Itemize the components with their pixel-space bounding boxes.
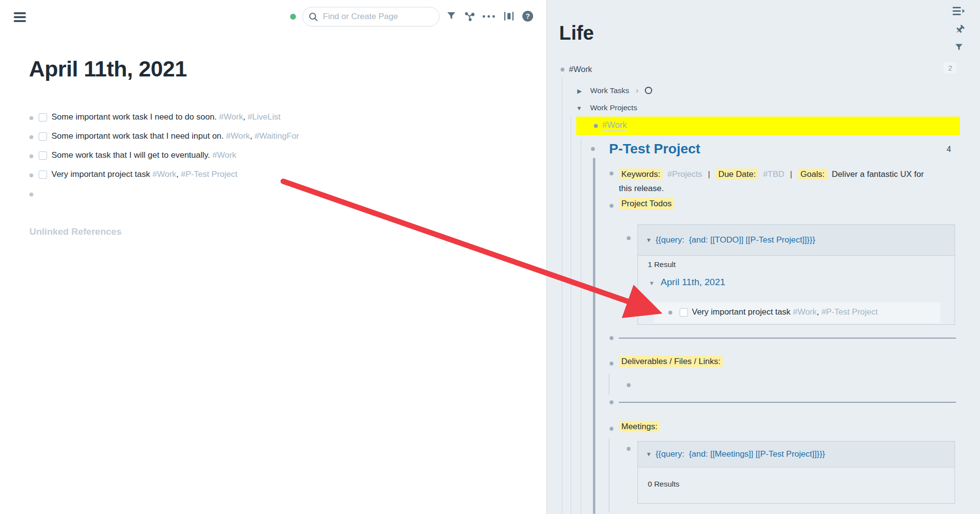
goals-label: Goals:	[798, 169, 827, 180]
indent-guide-line	[570, 116, 571, 514]
todo-checkbox[interactable]	[39, 151, 47, 160]
hamburger-menu-icon[interactable]	[14, 12, 26, 22]
meetings-row: Meetings:	[619, 422, 660, 432]
expand-caret-icon[interactable]: ▼	[576, 105, 582, 112]
todo-text: Some important work task that I need inp…	[51, 131, 226, 141]
tag-link[interactable]: #Projects	[667, 170, 702, 179]
online-status-dot	[290, 14, 296, 20]
divider	[619, 338, 956, 339]
group-caret-icon[interactable]: ▼	[649, 280, 655, 287]
page-title: April 11th, 2021	[29, 56, 187, 82]
search-input[interactable]	[322, 11, 433, 22]
tag-link[interactable]: #Work	[152, 170, 176, 179]
project-title-link[interactable]: P-Test Project	[609, 141, 700, 157]
tag-link[interactable]: #Work	[793, 307, 817, 317]
kanban-view-icon[interactable]	[504, 11, 514, 21]
indent-guide-line	[609, 373, 610, 395]
more-options-icon[interactable]	[483, 15, 495, 18]
tag-link[interactable]: #LiveList	[247, 112, 280, 122]
sidebar-filter-icon[interactable]	[955, 43, 963, 52]
breadcrumb-link[interactable]: Work Tasks	[590, 86, 630, 95]
block-bullet[interactable]	[610, 204, 613, 208]
meetings-query-box: ▼ {{query: {and: [[Meetings]] [[P-Test P…	[637, 441, 955, 504]
app-window: ? April 11th, 2021 Some important work t…	[0, 0, 980, 514]
empty-block-bullet[interactable]	[29, 193, 33, 196]
open-sidebar-menu-icon[interactable]	[953, 6, 965, 17]
tag-link[interactable]: #Work	[213, 150, 237, 160]
block-bullet[interactable]	[668, 311, 672, 315]
block-bullet[interactable]	[627, 236, 631, 240]
query-caret-icon[interactable]: ▼	[646, 237, 652, 244]
block-bullet[interactable]	[561, 68, 564, 72]
block-bullet[interactable]	[610, 171, 613, 175]
query-group-row: ▼ April 11th, 2021	[649, 277, 725, 288]
tag-link[interactable]: #P-Test Project	[181, 170, 237, 179]
block-bullet[interactable]	[29, 116, 33, 120]
meetings-label: Meetings:	[619, 421, 660, 432]
filter-icon[interactable]	[446, 11, 456, 21]
empty-block-bullet[interactable]	[627, 383, 631, 387]
indent-guide-line	[562, 77, 563, 514]
block-bullet[interactable]	[610, 362, 613, 366]
tag-separator: ,	[176, 170, 181, 179]
help-icon[interactable]: ?	[522, 11, 533, 22]
todo-checkbox[interactable]	[39, 132, 47, 141]
block-bullet[interactable]	[627, 447, 631, 451]
keywords-label: Keywords:	[619, 169, 662, 180]
due-date-label: Due Date:	[716, 169, 759, 180]
block-bullet[interactable]	[610, 427, 613, 431]
block-bullet[interactable]	[29, 154, 33, 158]
search-icon	[309, 12, 318, 22]
breadcrumb-chevron: ›	[636, 86, 638, 95]
todo-checkbox[interactable]	[39, 113, 47, 122]
page-ring-icon[interactable]	[645, 87, 652, 94]
indent-guide-line	[581, 138, 582, 514]
tag-separator: ,	[250, 131, 254, 141]
deliverables-row: Deliverables / Files / Links:	[619, 357, 723, 367]
tag-link[interactable]: #WaitingFor	[255, 131, 299, 141]
reference-count-badge: 2	[944, 62, 956, 73]
query-group-date-link[interactable]: April 11th, 2021	[661, 277, 725, 287]
todo-checkbox[interactable]	[680, 308, 688, 317]
block-bullet[interactable]	[29, 135, 33, 139]
query-caret-icon[interactable]: ▼	[646, 451, 652, 458]
highlighted-reference-row[interactable]: #Work	[576, 117, 960, 135]
block-bullet[interactable]	[610, 400, 613, 404]
query-code[interactable]: {{query: {and: [[TODO]] [[P-Test Project…	[656, 235, 815, 245]
query-result-count: 1 Result	[648, 260, 676, 269]
reference-tag-link[interactable]: #Work	[569, 65, 592, 74]
tag-link[interactable]: #Work	[226, 131, 250, 141]
tag-link[interactable]: #TBD	[763, 170, 784, 179]
meta-separator: |	[708, 170, 710, 179]
todo-checkbox[interactable]	[39, 171, 47, 179]
right-sidebar: Life #Work 2 ▶ Work Tasks › ▼ Work Proje…	[546, 0, 980, 514]
indent-guide-line	[609, 439, 610, 513]
sidebar-page-title[interactable]: Life	[559, 22, 594, 44]
query-header[interactable]: ▼ {{query: {and: [[TODO]] [[P-Test Proje…	[638, 225, 955, 256]
project-todos-row: Project Todos	[619, 199, 674, 209]
project-meta-line: Keywords: #Projects | Due Date: #TBD | G…	[619, 167, 936, 196]
reference-tag-link[interactable]: #Work	[602, 120, 627, 131]
block-bullet[interactable]	[610, 336, 613, 340]
graph-icon[interactable]	[464, 11, 475, 22]
todo-text: Some work task that I will get to eventu…	[51, 150, 213, 160]
breadcrumb-row-work-tasks: ▶ Work Tasks ›	[577, 86, 652, 95]
block-bullet[interactable]	[591, 147, 595, 151]
pin-icon[interactable]	[955, 24, 965, 36]
query-code[interactable]: {{query: {and: [[Meetings]] [[P-Test Pro…	[656, 449, 825, 459]
tag-link[interactable]: #P-Test Project	[821, 307, 878, 317]
todo-text: Very important project task	[51, 170, 152, 179]
breadcrumb-link[interactable]: Work Projects	[590, 103, 637, 112]
query-header[interactable]: ▼ {{query: {and: [[Meetings]] [[P-Test P…	[638, 441, 955, 467]
collapse-caret-icon[interactable]: ▶	[577, 88, 582, 95]
block-thread-line[interactable]	[593, 158, 595, 514]
block-bullet[interactable]	[594, 124, 598, 128]
unlinked-references-header[interactable]: Unlinked References	[29, 226, 122, 237]
tag-separator: ,	[243, 112, 247, 122]
block-bullet[interactable]	[29, 173, 33, 177]
project-todos-label: Project Todos	[619, 198, 674, 209]
search-box[interactable]	[302, 7, 440, 26]
tag-link[interactable]: #Work	[219, 112, 243, 122]
meta-separator: |	[790, 170, 792, 179]
project-count: 4	[947, 145, 951, 154]
